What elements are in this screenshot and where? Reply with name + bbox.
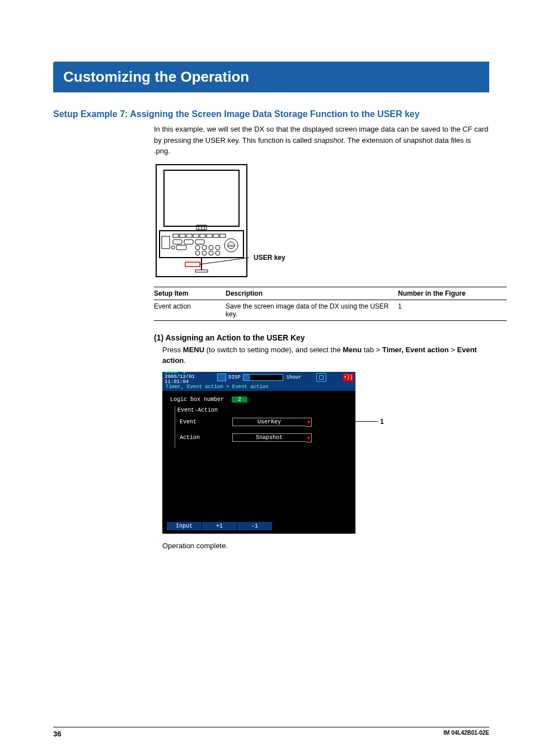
page-number: 36 [53, 730, 61, 738]
svg-point-19 [195, 245, 200, 250]
device-illustration: USER [154, 162, 249, 280]
table-row: Event action Save the screen image data … [154, 300, 507, 320]
stop-icon [316, 373, 326, 382]
svg-rect-34 [185, 262, 200, 267]
th-description: Description [226, 287, 398, 300]
action-indicator-icon [306, 433, 312, 442]
svg-rect-18 [195, 240, 204, 244]
disp-icon [217, 374, 226, 381]
user-key-callout: USER key [254, 254, 285, 262]
callout-1: 1 [380, 418, 384, 426]
td-item: Event action [154, 300, 226, 320]
svg-line-35 [200, 258, 249, 264]
svg-rect-10 [186, 234, 192, 237]
svg-point-23 [195, 251, 200, 255]
plus1-button[interactable]: +1 [202, 522, 237, 530]
svg-rect-28 [176, 245, 186, 250]
svg-point-20 [202, 245, 207, 250]
td-num: 1 [398, 300, 507, 320]
svg-point-27 [171, 246, 175, 249]
device-screenshot: GROUP 1 2008/12/01 11:01:04 DISP 1hour •… [162, 372, 355, 534]
page-footer: 36 IM 04L42B01-02E [53, 727, 489, 738]
disp-label: DISP [228, 375, 241, 380]
event-label: Event [180, 419, 232, 425]
callout-leader-line [353, 421, 378, 422]
svg-rect-15 [220, 234, 226, 237]
svg-rect-16 [173, 240, 182, 244]
logic-box-value[interactable]: 2 [232, 396, 247, 403]
screen-timestamp: 2008/12/01 11:01:04 [165, 375, 217, 385]
doc-code: IM 04L42B01-02E [443, 730, 489, 738]
chapter-title: Customizing the Operation [53, 62, 489, 92]
svg-rect-9 [180, 234, 185, 237]
svg-rect-12 [200, 234, 205, 237]
svg-point-22 [216, 245, 220, 250]
operation-complete: Operation complete. [162, 542, 489, 550]
svg-rect-14 [213, 234, 219, 237]
event-value[interactable]: UserKey [232, 418, 306, 426]
svg-point-24 [202, 251, 207, 255]
progress-bar [243, 374, 283, 381]
minus1-button[interactable]: -1 [237, 522, 273, 530]
svg-point-25 [209, 251, 213, 255]
th-setup-item: Setup Item [154, 287, 226, 300]
input-button[interactable]: Input [167, 522, 202, 530]
step-heading: (1) Assigning an Action to the USER Key [154, 333, 489, 342]
svg-point-21 [209, 245, 213, 250]
svg-rect-11 [193, 234, 199, 237]
svg-rect-13 [207, 234, 212, 237]
hour-label: 1hour [287, 375, 302, 380]
alarm-icon: •)) [343, 374, 353, 381]
svg-rect-32 [195, 270, 208, 272]
action-label: Action [180, 435, 232, 441]
event-indicator-icon [306, 418, 312, 427]
step-body: Press MENU (to switch to setting mode), … [162, 344, 489, 366]
section-heading: Setup Example 7: Assigning the Screen Im… [53, 108, 489, 120]
event-action-legend: Event-Action [177, 407, 221, 413]
screen-header: GROUP 1 2008/12/01 11:01:04 DISP 1hour •… [162, 372, 355, 383]
svg-rect-8 [173, 234, 179, 237]
intro-paragraph: In this example, we will set the DX so t… [154, 124, 489, 157]
svg-text:USER: USER [227, 244, 235, 248]
svg-rect-1 [164, 170, 239, 226]
action-value[interactable]: Snapshot [232, 433, 306, 442]
setup-table: Setup Item Description Number in the Fig… [154, 287, 507, 321]
th-number: Number in the Figure [398, 287, 507, 300]
td-desc: Save the screen image data of the DX usi… [226, 300, 398, 320]
svg-point-26 [216, 251, 220, 255]
screen-breadcrumb: Timer, Event action > Event action [162, 383, 355, 391]
logic-box-label: Logic box number [170, 396, 232, 403]
svg-rect-17 [184, 240, 193, 244]
svg-rect-7 [162, 236, 170, 249]
